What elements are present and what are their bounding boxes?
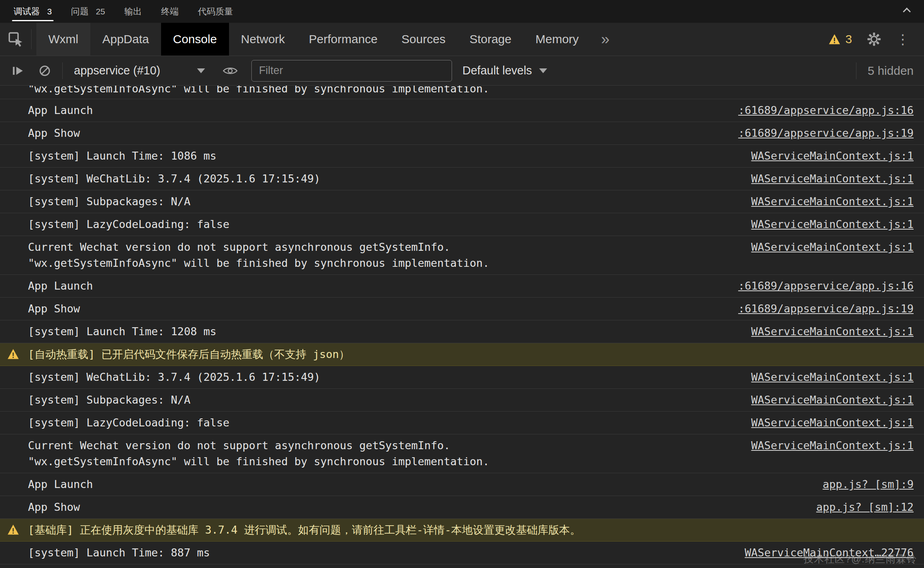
warning-triangle-icon — [7, 348, 19, 360]
chevron-down-icon — [539, 68, 547, 73]
log-message: [system] Launch Time: 1086 ms — [28, 148, 216, 164]
top-tab-badge: 3 — [47, 7, 52, 16]
console-log-row: [system] WeChatLib: 3.7.4 (2025.1.6 17:1… — [0, 168, 924, 190]
top-tab-label: 代码质量 — [198, 6, 233, 18]
show-console-sidebar-button[interactable] — [11, 64, 25, 78]
source-link[interactable]: WAServiceMainContext.js:1 — [734, 415, 914, 431]
console-log-row: [system] WeChatLib: 3.7.4 (2025.1.6 17:1… — [0, 366, 924, 389]
console-log-row: [system] Launch Time: 887 msWAServiceMai… — [0, 542, 924, 564]
top-tab-调试器[interactable]: 调试器3 — [14, 0, 52, 23]
tab-wxml[interactable]: Wxml — [36, 23, 90, 56]
top-tab-label: 输出 — [124, 6, 142, 18]
create-live-expression-button[interactable] — [223, 65, 238, 76]
top-tab-输出[interactable]: 输出 — [124, 0, 142, 23]
source-link[interactable]: :61689/appservice/app.js:19 — [721, 301, 914, 317]
log-message: [system] Launch Time: 887 ms — [28, 545, 210, 561]
console-log-row: [system] Subpackages: N/AWAServiceMainCo… — [0, 389, 924, 412]
log-message: App Show — [28, 125, 80, 141]
source-link[interactable]: WAServiceMainContext.js:1 — [734, 239, 914, 255]
source-link[interactable]: WAServiceMainContext.js:1 — [734, 171, 914, 187]
source-link[interactable]: WAServiceMainContext.js:1 — [734, 324, 914, 340]
log-message: App Launch — [28, 278, 93, 294]
log-message: App Show — [28, 301, 80, 317]
top-tab-终端[interactable]: 终端 — [161, 0, 179, 23]
log-message: App Launch — [28, 476, 93, 492]
log-levels-dropdown[interactable]: Default levels — [462, 64, 547, 77]
log-message: [基础库] 正在使用灰度中的基础库 3.7.4 进行调试。如有问题，请前往工具栏… — [28, 522, 581, 538]
log-message: [system] Subpackages: N/A — [28, 392, 190, 408]
source-link[interactable]: :61689/appservice/app.js:16 — [721, 278, 914, 294]
console-warning-row: [基础库] 正在使用灰度中的基础库 3.7.4 进行调试。如有问题，请前往工具栏… — [0, 519, 924, 542]
log-message: [自动热重载] 已开启代码文件保存后自动热重载（不支持 json） — [28, 346, 350, 362]
warning-count-label: 3 — [845, 32, 852, 46]
devtools-right-icons: 3 ⋮ — [828, 23, 924, 56]
divider — [856, 62, 856, 79]
chevron-down-icon — [197, 68, 205, 73]
top-tab-label: 调试器 — [14, 6, 40, 18]
log-message: "wx.getSystemInfoAsync" will be finished… — [28, 86, 489, 97]
source-link[interactable]: :61689/appservice/app.js:16 — [721, 102, 914, 118]
source-link[interactable]: app.js? [sm]:12 — [799, 499, 914, 515]
console-log-row: App Launch:61689/appservice/app.js:16 — [0, 275, 924, 298]
top-tab-strip: 调试器3问题25输出终端代码质量 — [14, 0, 252, 23]
eye-icon — [223, 65, 238, 76]
source-link[interactable]: WAServiceMainContext.js:1 — [734, 369, 914, 385]
source-link[interactable]: :61689/appservice/app.js:19 — [721, 125, 914, 141]
top-tab-代码质量[interactable]: 代码质量 — [198, 0, 233, 23]
debugger-top-bar: 调试器3问题25输出终端代码质量 — [0, 0, 924, 23]
console-log-list[interactable]: "wx.getSystemInfoAsync" will be finished… — [0, 86, 924, 568]
inspect-element-button[interactable] — [0, 23, 31, 56]
log-message: [system] Subpackages: N/A — [28, 194, 190, 210]
tab-performance[interactable]: Performance — [297, 23, 390, 56]
chevron-up-icon — [903, 8, 911, 16]
source-link[interactable]: WAServiceMainContext.js:1 — [734, 148, 914, 164]
source-link[interactable]: WAServiceMainContext.js:1 — [734, 438, 914, 454]
devtools-settings-button[interactable] — [867, 32, 881, 46]
filter-input[interactable] — [251, 60, 452, 82]
collapse-panel-button[interactable] — [904, 9, 912, 14]
top-tab-问题[interactable]: 问题25 — [71, 0, 105, 23]
warning-count-button[interactable]: 3 — [828, 32, 852, 46]
gear-icon — [867, 32, 881, 46]
clear-console-button[interactable] — [38, 64, 51, 77]
log-message: [system] LazyCodeLoading: false — [28, 415, 229, 431]
log-message: [system] WeChatLib: 3.7.4 (2025.1.6 17:1… — [28, 369, 321, 385]
top-tab-label: 终端 — [161, 6, 179, 18]
log-message: [system] WeChatLib: 3.7.4 (2025.1.6 17:1… — [28, 171, 321, 187]
warning-triangle-icon — [7, 524, 19, 535]
more-options-button[interactable]: ⋮ — [896, 32, 910, 46]
source-link[interactable]: WAServiceMainContext.js:1 — [734, 216, 914, 232]
sidebar-toggle-icon — [11, 64, 25, 78]
tab-network[interactable]: Network — [229, 23, 297, 56]
more-tabs-button[interactable]: » — [591, 23, 620, 56]
top-tab-badge: 25 — [96, 7, 105, 16]
source-link[interactable]: WAServiceMainContext…22776 — [727, 545, 914, 561]
tab-sources[interactable]: Sources — [390, 23, 458, 56]
log-message: Current Wechat version do not support as… — [28, 239, 489, 271]
log-message: App Launch — [28, 102, 93, 118]
console-context-selector[interactable]: appservice (#10) — [74, 64, 205, 77]
console-log-row: App Show:61689/appservice/app.js:19 — [0, 122, 924, 145]
console-log-row: [system] Launch Time: 1086 msWAServiceMa… — [0, 145, 924, 168]
devtools-tabs: WxmlAppDataConsoleNetworkPerformanceSour… — [36, 23, 591, 56]
source-link[interactable]: app.js? [sm]:9 — [805, 476, 914, 492]
warning-triangle-icon — [828, 34, 840, 45]
console-log-row: [system] LazyCodeLoading: falseWAService… — [0, 213, 924, 236]
divider — [31, 29, 32, 49]
tab-memory[interactable]: Memory — [524, 23, 591, 56]
console-log-row: [system] Subpackages: N/AWAServiceMainCo… — [0, 190, 924, 213]
console-log-row: [system] Launch Time: 1208 msWAServiceMa… — [0, 320, 924, 343]
log-levels-label: Default levels — [462, 64, 532, 77]
clear-console-icon — [38, 64, 51, 77]
source-link[interactable]: WAServiceMainContext.js:1 — [734, 194, 914, 210]
console-log-row: App Launch:61689/appservice/app.js:16 — [0, 99, 924, 122]
console-log-row: App Showapp.js? [sm]:12 — [0, 496, 924, 519]
wechat-devtools-debugger-window: 调试器3问题25输出终端代码质量 WxmlAppDataConsoleNetwo… — [0, 0, 924, 568]
inspect-cursor-icon — [7, 31, 24, 48]
tab-appdata[interactable]: AppData — [90, 23, 161, 56]
log-message: [system] Launch Time: 1208 ms — [28, 324, 216, 340]
tab-storage[interactable]: Storage — [458, 23, 524, 56]
source-link[interactable]: WAServiceMainContext.js:1 — [734, 392, 914, 408]
console-toolbar: appservice (#10) Default levels 5 hidden — [0, 56, 924, 86]
tab-console[interactable]: Console — [161, 23, 229, 56]
